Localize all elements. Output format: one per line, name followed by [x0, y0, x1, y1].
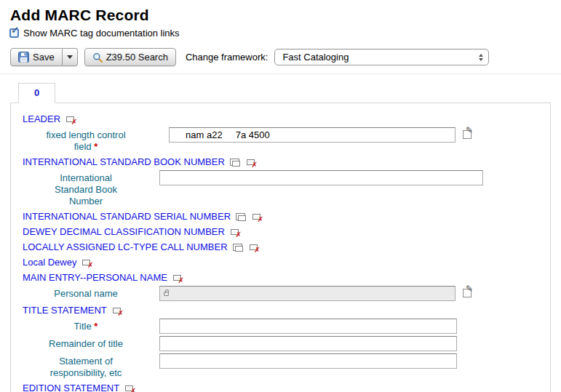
marc-tag-row: DEWEY DECIMAL CLASSIFICATION NUMBER — [11, 225, 550, 238]
delete-field-icon[interactable] — [81, 258, 92, 267]
subfield-name[interactable]: Personal name — [41, 286, 130, 300]
subfield-name[interactable]: Remainder of title — [41, 336, 130, 350]
delete-field-icon[interactable] — [124, 384, 135, 392]
repeat-field-icon[interactable] — [233, 243, 244, 252]
marc-tag-link[interactable]: LOCALLY ASSIGNED LC-TYPE CALL NUMBER — [23, 241, 228, 253]
marc-tag-row: INTERNATIONAL STANDARD BOOK NUMBER — [11, 156, 550, 168]
marc-subfield-row: fixed length control field * — [11, 127, 550, 153]
marc-subfield-row: Title * — [11, 319, 550, 334]
framework-label: Change framework: — [186, 52, 268, 63]
marc-tag-row: EDITION STATEMENT — [11, 382, 550, 392]
marc-fields: LEADERfixed length control field *INTERN… — [11, 113, 550, 392]
save-menu-button[interactable] — [63, 48, 78, 66]
show-docs-checkbox[interactable]: ✓ — [9, 28, 19, 38]
subfield-input[interactable] — [159, 336, 457, 351]
repeat-field-icon[interactable] — [230, 158, 241, 167]
page-title: Add MARC Record — [10, 7, 561, 24]
marc-tag-row: TITLE STATEMENT — [11, 304, 550, 316]
marc-tag-link[interactable]: Local Dewey — [23, 256, 76, 268]
subfield-name[interactable]: Statement of responsibility, etc — [41, 353, 130, 379]
delete-field-icon[interactable] — [252, 212, 263, 221]
z3950-search-button[interactable]: Z39.50 Search — [84, 48, 176, 66]
framework-select[interactable]: Fast Cataloging — [274, 49, 489, 65]
delete-field-icon[interactable] — [172, 273, 183, 282]
delete-field-icon[interactable] — [230, 228, 241, 236]
framework-selected-value: Fast Cataloging — [282, 52, 349, 63]
search-icon — [92, 52, 103, 63]
subfield-input[interactable] — [159, 286, 455, 301]
save-button[interactable]: Save — [10, 48, 63, 66]
subfield-input[interactable] — [159, 170, 483, 185]
tab-bar: 0 — [10, 83, 551, 103]
marc-tag-link[interactable]: DEWEY DECIMAL CLASSIFICATION NUMBER — [23, 225, 225, 238]
marc-record-panel: LEADERfixed length control field *INTERN… — [10, 103, 551, 392]
marc-tag-link[interactable]: LEADER — [23, 113, 60, 125]
delete-field-icon[interactable] — [112, 306, 123, 315]
marc-tag-link[interactable]: INTERNATIONAL STANDARD BOOK NUMBER — [23, 156, 225, 168]
subfield-input[interactable] — [159, 353, 457, 369]
marc-tag-row: LEADER — [11, 113, 550, 125]
marc-subfield-row: Personal name — [11, 286, 550, 301]
delete-field-icon[interactable] — [65, 115, 76, 124]
marc-subfield-row: Remainder of title — [11, 336, 550, 351]
required-asterisk: * — [94, 321, 98, 332]
floppy-disk-icon — [18, 52, 29, 63]
subfield-input[interactable] — [169, 127, 455, 143]
marc-tag-link[interactable]: MAIN ENTRY--PERSONAL NAME — [23, 271, 167, 284]
subfield-name[interactable]: fixed length control field * — [41, 127, 130, 153]
marc-tag-row: INTERNATIONAL STANDARD SERIAL NUMBER — [11, 210, 550, 223]
repeat-field-icon[interactable] — [236, 212, 247, 221]
save-label: Save — [33, 52, 55, 63]
subfield-name[interactable]: International Standard Book Number — [41, 170, 130, 207]
delete-field-icon[interactable] — [246, 158, 257, 167]
toolbar: Save Z39.50 Search Change framework: Fas… — [0, 44, 561, 74]
subfield-name[interactable]: Title * — [41, 319, 130, 332]
tab-0[interactable]: 0 — [18, 83, 55, 103]
caret-down-icon — [67, 55, 73, 59]
checkmark-icon: ✓ — [11, 25, 20, 35]
delete-field-icon[interactable] — [249, 243, 260, 252]
select-stepper-icon — [479, 54, 483, 61]
marc-tag-link[interactable]: EDITION STATEMENT — [23, 382, 119, 392]
tag-editor-icon[interactable] — [463, 289, 472, 297]
lock-icon — [164, 292, 169, 296]
subfield-input[interactable] — [159, 319, 457, 334]
marc-tag-row: LOCALLY ASSIGNED LC-TYPE CALL NUMBER — [11, 241, 550, 253]
show-docs-row: ✓ Show MARC tag documentation links — [9, 28, 561, 39]
required-asterisk: * — [94, 141, 98, 152]
show-docs-label[interactable]: Show MARC tag documentation links — [23, 28, 180, 39]
marc-tag-row: MAIN ENTRY--PERSONAL NAME — [11, 271, 550, 284]
z3950-label: Z39.50 Search — [106, 52, 168, 63]
save-split-button: Save — [10, 48, 78, 66]
marc-tag-link[interactable]: INTERNATIONAL STANDARD SERIAL NUMBER — [23, 210, 231, 223]
tag-editor-icon[interactable] — [463, 130, 472, 139]
marc-subfield-row: Statement of responsibility, etc — [11, 353, 550, 379]
marc-tag-link[interactable]: TITLE STATEMENT — [23, 304, 107, 316]
marc-tag-row: Local Dewey — [11, 256, 550, 268]
marc-subfield-row: International Standard Book Number — [11, 170, 550, 207]
